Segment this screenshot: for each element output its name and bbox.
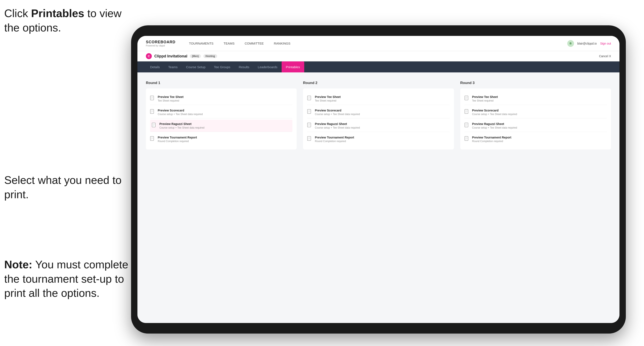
round3-raguzzi[interactable]: Preview Raguzzi Sheet Course setup + Tee… <box>464 120 607 132</box>
nav-tournaments[interactable]: TOURNAMENTS <box>188 42 214 45</box>
tablet-screen: SCOREBOARD Powered by clippd TOURNAMENTS… <box>138 36 620 323</box>
document-icon <box>150 96 155 102</box>
round2-raguzzi[interactable]: Preview Raguzzi Sheet Course setup + Tee… <box>307 120 450 132</box>
round2-raguzzi-text: Preview Raguzzi Sheet Course setup + Tee… <box>315 122 360 129</box>
round3-scorecard[interactable]: Preview Scorecard Course setup + Tee She… <box>464 106 607 118</box>
round3-tee-sheet[interactable]: Preview Tee Sheet Tee Sheet required <box>464 93 607 105</box>
doc-icon-r3-2 <box>464 109 470 115</box>
badge-men: (Men) <box>190 54 201 58</box>
brand-title: SCOREBOARD <box>146 40 176 44</box>
doc-icon-r2-2 <box>307 109 312 115</box>
user-email: blair@clippd.io <box>578 42 597 45</box>
round3-tournament-report-text: Preview Tournament Report Round Completi… <box>472 136 512 143</box>
round1-tournament-report-title: Preview Tournament Report <box>158 136 197 139</box>
nav-committee[interactable]: COMMITTEE <box>244 42 264 45</box>
round-1-section: Round 1 <box>146 81 297 150</box>
round-3-title: Round 3 <box>460 81 611 85</box>
instruction-top: Click Printables to view the options. <box>4 6 127 35</box>
round1-scorecard[interactable]: Preview Scorecard Course setup + Tee She… <box>150 106 292 118</box>
round2-tee-sheet[interactable]: Preview Tee Sheet Tee Sheet required <box>307 93 450 105</box>
round1-raguzzi-text: Preview Raguzzi Sheet Course setup + Tee… <box>160 122 204 129</box>
doc-icon-r2-4 <box>307 136 312 142</box>
round2-tee-sheet-text: Preview Tee Sheet Tee Sheet required <box>315 95 340 102</box>
round2-tournament-report-text: Preview Tournament Report Round Completi… <box>315 136 354 143</box>
tab-teams[interactable]: Teams <box>164 61 182 72</box>
round-2-title: Round 2 <box>303 81 454 85</box>
tab-leaderboards[interactable]: Leaderboards <box>254 61 282 72</box>
document-icon-4 <box>150 136 155 142</box>
round1-tee-sheet[interactable]: Preview Tee Sheet Tee Sheet required <box>150 93 292 105</box>
round1-tee-sheet-title: Preview Tee Sheet <box>158 95 184 99</box>
round1-raguzzi[interactable]: Preview Raguzzi Sheet Course setup + Tee… <box>150 120 292 132</box>
round1-tournament-report-desc: Round Completion required <box>158 140 197 143</box>
doc-icon-r3-4 <box>464 136 470 142</box>
top-nav-links: TOURNAMENTS TEAMS COMMITTEE RANKINGS <box>188 42 567 45</box>
doc-icon-r3-3 <box>464 123 470 129</box>
round-1-title: Round 1 <box>146 81 297 85</box>
round1-raguzzi-title: Preview Raguzzi Sheet <box>160 122 204 126</box>
round-3-card: Preview Tee Sheet Tee Sheet required <box>460 88 611 150</box>
round1-tee-sheet-desc: Tee Sheet required <box>158 99 184 102</box>
doc-icon-r2-1 <box>307 96 312 102</box>
round3-scorecard-text: Preview Scorecard Course setup + Tee She… <box>472 109 517 116</box>
brand: SCOREBOARD Powered by clippd <box>146 40 176 47</box>
badge-hosting: Hosting <box>204 54 217 58</box>
tab-printables[interactable]: Printables <box>282 61 304 72</box>
round3-tournament-report[interactable]: Preview Tournament Report Round Completi… <box>464 133 607 145</box>
round1-raguzzi-desc: Course setup + Tee Sheet data required <box>160 126 204 129</box>
round3-tee-sheet-text: Preview Tee Sheet Tee Sheet required <box>472 95 498 102</box>
note-bold: Note: <box>4 258 32 271</box>
sign-out-link[interactable]: Sign out <box>600 42 611 45</box>
top-nav: SCOREBOARD Powered by clippd TOURNAMENTS… <box>138 36 620 51</box>
tab-course-setup[interactable]: Course Setup <box>182 61 210 72</box>
instruction-middle: Select what you need to print. <box>4 173 127 202</box>
tablet-frame: SCOREBOARD Powered by clippd TOURNAMENTS… <box>131 25 626 334</box>
tab-results[interactable]: Results <box>234 61 254 72</box>
top-nav-right: B blair@clippd.io Sign out <box>567 40 611 47</box>
brand-sub: Powered by clippd <box>146 44 176 47</box>
avatar: B <box>567 40 574 47</box>
round-3-section: Round 3 <box>460 81 611 150</box>
tournament-title: C Clippd Invitational (Men) Hosting <box>146 53 217 59</box>
round1-scorecard-title: Preview Scorecard <box>158 109 203 112</box>
tournament-logo: C <box>146 53 152 59</box>
rounds-grid: Round 1 <box>146 81 611 150</box>
document-icon-2 <box>150 109 155 115</box>
round-2-section: Round 2 <box>303 81 454 150</box>
round3-raguzzi-text: Preview Raguzzi Sheet Course setup + Tee… <box>472 122 517 129</box>
round1-tee-sheet-text: Preview Tee Sheet Tee Sheet required <box>158 95 184 102</box>
tab-tee-groups[interactable]: Tee Groups <box>210 61 235 72</box>
nav-rankings[interactable]: RANKINGS <box>273 42 291 45</box>
round1-scorecard-text: Preview Scorecard Course setup + Tee She… <box>158 109 203 116</box>
round2-scorecard[interactable]: Preview Scorecard Course setup + Tee She… <box>307 106 450 118</box>
sub-header: C Clippd Invitational (Men) Hosting Canc… <box>138 51 620 61</box>
cancel-button[interactable]: Cancel X <box>599 54 611 58</box>
printables-highlight: Printables <box>31 7 84 19</box>
doc-icon-r2-3 <box>307 123 312 129</box>
tab-bar: Details Teams Course Setup Tee Groups Re… <box>138 61 620 72</box>
round1-scorecard-desc: Course setup + Tee Sheet data required <box>158 113 203 116</box>
nav-teams[interactable]: TEAMS <box>223 42 236 45</box>
round-2-card: Preview Tee Sheet Tee Sheet required <box>303 88 454 150</box>
tab-details[interactable]: Details <box>146 61 164 72</box>
round-1-card: Preview Tee Sheet Tee Sheet required <box>146 88 297 150</box>
main-content: Round 1 <box>138 72 620 323</box>
round1-tournament-report[interactable]: Preview Tournament Report Round Completi… <box>150 133 292 145</box>
document-icon-3 <box>152 123 157 129</box>
round1-tournament-report-text: Preview Tournament Report Round Completi… <box>158 136 197 143</box>
instruction-bottom: Note: You must complete the tournament s… <box>4 258 131 300</box>
tournament-name: Clippd Invitational <box>154 54 187 58</box>
round2-tournament-report[interactable]: Preview Tournament Report Round Completi… <box>307 133 450 145</box>
doc-icon-r3-1 <box>464 96 470 102</box>
round2-scorecard-text: Preview Scorecard Course setup + Tee She… <box>315 109 360 116</box>
